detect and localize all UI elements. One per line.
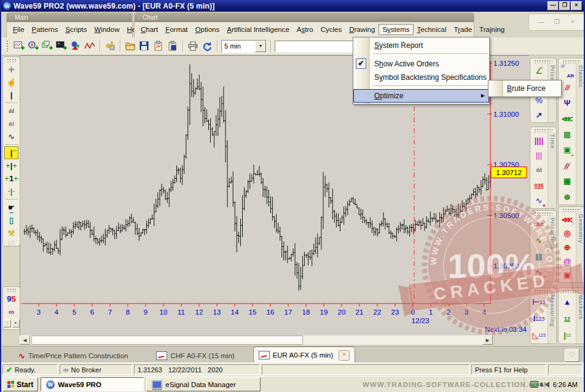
- time-lines-thin-icon[interactable]: |||: [530, 148, 548, 163]
- projection-icon[interactable]: ∿↗: [530, 265, 548, 281]
- menu-astro[interactable]: Astro: [293, 24, 317, 35]
- square-target-icon[interactable]: ▣: [559, 268, 576, 282]
- menu-item-show-active-orders[interactable]: Show Active Orders✔: [353, 57, 489, 71]
- time-cycle-icon[interactable]: ∿▲: [530, 193, 548, 208]
- line-style-tool[interactable]: ∿: [3, 130, 20, 143]
- save-chart-button[interactable]: [167, 40, 179, 52]
- palette-scroll-button[interactable]: ▸: [12, 319, 20, 327]
- scroll-right-button[interactable]: ▶: [482, 335, 493, 345]
- menu-drawing[interactable]: Drawing: [345, 24, 379, 35]
- angle-ruler-icon[interactable]: ◺123: [530, 327, 548, 343]
- tab-time-price-pattern-construction[interactable]: ∿Time/Price Pattern Construction: [14, 348, 133, 363]
- retracement-icon[interactable]: ∠=: [530, 64, 548, 79]
- favorites-button[interactable]: ♡: [565, 349, 579, 362]
- globe-scan-icon[interactable]: ⊛: [559, 189, 576, 205]
- speaker-icon[interactable]: [542, 382, 549, 388]
- pointer-tool[interactable]: ☛: [3, 201, 20, 214]
- nine-five-tool[interactable]: 95: [3, 292, 20, 305]
- spiral-icon[interactable]: @: [559, 254, 576, 269]
- copy-chart-button[interactable]: [152, 40, 165, 52]
- price-marker-icon[interactable]: 12: [559, 310, 576, 327]
- tab-chf-a0-fx-15-min[interactable]: CHF A0-FX (15 min): [151, 348, 239, 363]
- width-ruler-icon[interactable]: ⊢12: [530, 294, 548, 310]
- taskbar-item-esignal[interactable]: eSignal Data Manager: [146, 377, 261, 391]
- alert-window-icon[interactable]: ▣▲: [559, 142, 576, 157]
- expand-bars-tool[interactable]: |↔: [4, 146, 18, 159]
- mdi-close-button[interactable]: ×: [567, 18, 579, 27]
- scroll-left-button[interactable]: ◀: [20, 335, 30, 345]
- compress-bars-tool[interactable]: +|+: [3, 185, 20, 198]
- grid-icon[interactable]: ▦: [530, 249, 548, 265]
- menu-item-symbol-backtesting-specifications[interactable]: Symbol Backtesting Specifications: [353, 71, 489, 84]
- new-chart-button[interactable]: [13, 40, 25, 52]
- close-button[interactable]: ×: [571, 1, 582, 10]
- restore-button[interactable]: ❐: [559, 1, 570, 10]
- paint-button[interactable]: [69, 40, 82, 52]
- menu-item-brute-force[interactable]: Brute Force: [489, 82, 561, 95]
- pattern-icon[interactable]: ∿▫: [530, 232, 548, 248]
- bar-width-tool[interactable]: +1+: [3, 172, 20, 185]
- main-panel-header[interactable]: Main: [7, 13, 132, 22]
- new-astro-button[interactable]: [27, 40, 39, 52]
- crosshair-tool[interactable]: +: [3, 63, 20, 76]
- time-bars-icon[interactable]: ılıl: [530, 163, 548, 178]
- menu-options[interactable]: Options: [192, 24, 224, 35]
- chevron-down-icon[interactable]: ▼: [255, 41, 266, 52]
- tab-close-button[interactable]: ✕: [339, 350, 350, 361]
- alert-button[interactable]: [104, 40, 116, 52]
- save-button[interactable]: [138, 40, 151, 52]
- pan-tool[interactable]: ☝: [3, 76, 20, 88]
- print-button[interactable]: [187, 40, 199, 52]
- ellipse-icon[interactable]: ⊕: [559, 240, 576, 254]
- text-label-icon[interactable]: abc: [530, 216, 548, 232]
- minimize-button[interactable]: —: [548, 1, 559, 10]
- mdi-minimize-button[interactable]: —: [535, 18, 547, 27]
- time-counts-icon[interactable]: 035: [530, 178, 548, 194]
- settings-tool[interactable]: ⚒: [3, 227, 20, 240]
- zigzag-button[interactable]: [84, 40, 96, 52]
- menu-patterns[interactable]: Patterns: [28, 24, 62, 35]
- menu-chart[interactable]: Chart: [137, 24, 162, 35]
- wave-tool[interactable]: ∞: [3, 305, 20, 318]
- menu-scripts[interactable]: Scripts: [61, 24, 90, 35]
- arrow-marker-icon[interactable]: ▲: [559, 294, 576, 310]
- circles-icon[interactable]: ◎: [559, 227, 576, 241]
- time-lines-icon[interactable]: ||||: [530, 133, 548, 148]
- new-console-button[interactable]: [55, 40, 68, 52]
- refresh-button[interactable]: [201, 40, 213, 52]
- menu-item-system-report[interactable]: System Report: [353, 39, 489, 52]
- pitchfork-icon[interactable]: Ψ: [559, 95, 576, 111]
- interval-select[interactable]: 5 min ▼: [221, 40, 267, 53]
- menu-file[interactable]: File: [9, 24, 28, 35]
- menu-technical[interactable]: Technical: [414, 24, 450, 35]
- bars-style-tool[interactable]: ılıl: [3, 104, 20, 117]
- bar-spacing-tool[interactable]: +|+: [3, 159, 20, 172]
- mdi-restore-button[interactable]: ❐: [551, 18, 563, 27]
- menu-artificial-intelligence[interactable]: Artificial Intelligence: [223, 24, 293, 35]
- channel-icon[interactable]: ////: [559, 158, 576, 173]
- taskbar-item-wave59[interactable]: W Wave59 PRO: [41, 377, 144, 391]
- horizontal-scrollbar[interactable]: ◀ ▶: [20, 335, 493, 345]
- palette-scroll-grip[interactable]: ⁞: [3, 319, 11, 327]
- delete-tool[interactable]: ▯▔: [3, 214, 20, 227]
- scrollbar-thumb[interactable]: [31, 335, 303, 345]
- menu-training[interactable]: Training: [476, 24, 508, 35]
- bars-highlight-tool[interactable]: ılıl: [3, 117, 20, 130]
- tab-eur-a0-fx-5-min[interactable]: EUR A0-FX (5 min)✕: [253, 347, 355, 363]
- square-spiral-icon[interactable]: ▣: [559, 173, 576, 189]
- height-ruler-icon[interactable]: I123: [530, 310, 548, 327]
- new-layout-button[interactable]: [41, 40, 53, 52]
- menu-format[interactable]: Format: [162, 24, 191, 35]
- menu-item-optimize[interactable]: Optimize▶: [353, 89, 489, 103]
- geo-fan-icon[interactable]: ⋘○: [559, 213, 576, 227]
- menu-cycles[interactable]: Cycles: [317, 24, 346, 35]
- menu-trade[interactable]: Trade: [450, 24, 476, 35]
- open-file-button[interactable]: [124, 40, 136, 52]
- gann-grid-icon[interactable]: ▩: [559, 127, 576, 142]
- bar-marker-icon[interactable]: |12: [559, 327, 576, 343]
- swing-icon[interactable]: ↗: [530, 108, 548, 122]
- andrews-lines-icon[interactable]: ///AR: [559, 64, 576, 79]
- vertical-bar-tool[interactable]: |: [3, 88, 20, 101]
- fan-icon[interactable]: ⋘: [559, 111, 576, 126]
- start-button[interactable]: Start: [2, 377, 38, 391]
